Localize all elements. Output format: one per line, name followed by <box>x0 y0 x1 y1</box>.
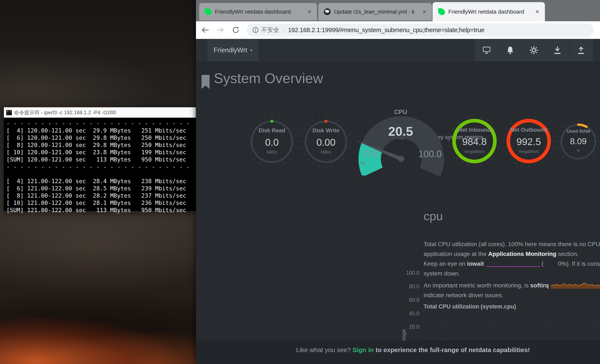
terminal-line: [ 8] 121.00-122.00 sec 28.2 MBytes 237 M… <box>6 192 193 199</box>
terminal-line: [SUM] 120.00-121.00 sec 113 MBytes 950 M… <box>6 156 193 163</box>
browser-window: FriendlyWrt netdata dashboard × Update r… <box>196 0 600 364</box>
terminal-line: [ 8] 120.00-121.00 sec 29.8 MBytes 250 M… <box>6 141 193 149</box>
gauge-used-ram[interactable]: Used RAM8.09% <box>555 118 600 165</box>
signin-banner: Like what you see? Sign in to experience… <box>196 341 600 364</box>
cpu-description: Total CPU utilization (all cores). 100% … <box>424 239 600 300</box>
alarms-button[interactable] <box>498 39 522 61</box>
reload-button[interactable] <box>230 24 242 36</box>
upload-icon <box>577 46 585 55</box>
host-selector[interactable]: FriendlyWrt ▾ <box>207 39 259 61</box>
url-text: 192.168.2.1:19999/#menu_system_submenu_c… <box>288 27 484 34</box>
tab-netdata-active[interactable]: FriendlyWrt netdata dashboard × <box>432 2 545 21</box>
terminal-line: [ 6] 120.00-121.00 sec 29.8 MBytes 250 M… <box>6 134 193 141</box>
security-indicator[interactable]: 不安全 <box>252 26 279 34</box>
softirq-sparkline <box>551 280 600 292</box>
terminal-line: [SUM] 121.00-122.00 sec 113 MBytes 950 M… <box>6 206 193 214</box>
chevron-down-icon: ▾ <box>250 48 252 53</box>
netdata-navbar: FriendlyWrt ▾ <box>196 39 600 62</box>
tab-strip: FriendlyWrt netdata dashboard × Update r… <box>196 0 600 21</box>
gauge-net-inbound[interactable]: Net Inbound984.8megabits/s <box>447 113 502 169</box>
terminal-output[interactable]: - - - - - - - - - - - - - - - - - - - - … <box>4 118 196 211</box>
forward-button[interactable] <box>214 24 227 36</box>
tab-close-icon[interactable]: × <box>534 8 541 15</box>
cmd-icon: C:\_ <box>6 110 12 115</box>
github-favicon <box>324 8 331 15</box>
terminal-line: [ 10] 120.00-121.00 sec 23.8 MBytes 199 … <box>6 149 193 156</box>
terminal-line: - - - - - - - - - - - - - - - - - - - - … <box>6 163 193 170</box>
download-icon <box>553 46 562 55</box>
terminal-titlebar[interactable]: C:\_ 命令提示符 - iperf3 -c 192.168.1.2 -P4 -… <box>4 107 196 118</box>
back-button[interactable] <box>199 24 211 36</box>
terminal-window[interactable]: C:\_ 命令提示符 - iperf3 -c 192.168.1.2 -P4 -… <box>4 107 196 211</box>
browser-toolbar: 不安全 192.168.2.1:19999/#menu_system_subme… <box>196 21 600 39</box>
tab-separator <box>318 7 318 17</box>
netdata-page: FriendlyWrt ▾ <box>196 39 600 364</box>
y-tick: 20.0 <box>400 324 419 330</box>
gauge-disk-write[interactable]: Disk Write0.00MiB/s <box>298 114 354 169</box>
y-tick: 80.0 <box>400 283 419 289</box>
monitor-icon <box>482 46 491 55</box>
tab-netdata-1[interactable]: FriendlyWrt netdata dashboard × <box>199 3 317 20</box>
terminal-line: [ 4] 120.00-121.00 sec 29.9 MBytes 251 M… <box>6 127 193 134</box>
gauge-cpu[interactable]: CPU20.50.0100.0% <box>350 105 452 176</box>
desktop: C:\_ 命令提示符 - iperf3 -c 192.168.1.2 -P4 -… <box>0 0 600 364</box>
gauge-disk-read[interactable]: Disk Read0.0MiB/s <box>244 114 300 169</box>
settings-button[interactable] <box>522 39 545 61</box>
iowait-sparkline <box>486 260 540 270</box>
terminal-line <box>6 170 193 178</box>
tab-close-icon[interactable]: × <box>306 8 313 15</box>
address-bar[interactable]: 不安全 192.168.2.1:19999/#menu_system_subme… <box>247 23 594 37</box>
terminal-line: - - - - - - - - - - - - - - - - - - - - … <box>6 120 193 127</box>
info-icon <box>252 27 259 33</box>
netdata-favicon <box>438 8 445 15</box>
tab-github[interactable]: Update r2s_lean_minimal.yml · k × <box>318 3 432 20</box>
bell-icon <box>506 46 515 55</box>
cpu-section-heading: cpu <box>424 209 443 223</box>
applications-monitoring-link[interactable]: Applications Monitoring <box>488 251 556 257</box>
y-tick: 40.0 <box>400 310 419 317</box>
y-tick: 100.0 <box>400 270 419 276</box>
omnibox-divider <box>283 26 284 34</box>
terminal-title: 命令提示符 - iperf3 -c 192.168.1.2 -P4 -t1000 <box>14 109 116 116</box>
bookmark-icon <box>201 75 210 89</box>
export-button[interactable] <box>569 39 593 61</box>
iowait-value: 0% <box>544 259 567 269</box>
gauge-net-outbound[interactable]: Net Outbound992.5megabits/s <box>501 113 556 169</box>
terminal-line: [ 4] 121.00-122.00 sec 28.4 MBytes 238 M… <box>6 178 193 185</box>
y-tick: 60.0 <box>400 297 419 303</box>
terminal-line: [ 10] 121.00-122.00 sec 28.1 MBytes 236 … <box>6 199 193 206</box>
import-button[interactable] <box>545 39 569 61</box>
netdata-favicon <box>205 8 212 15</box>
sign-in-link[interactable]: Sign in <box>353 346 374 353</box>
nodes-view-button[interactable] <box>475 39 498 61</box>
chart-title: Total CPU utilization (system.cpu) <box>424 303 516 310</box>
gear-icon <box>529 46 538 55</box>
page-title: System Overview <box>214 70 323 86</box>
tab-close-icon[interactable]: × <box>421 8 428 15</box>
terminal-line: [ 6] 121.00-122.00 sec 28.5 MBytes 239 M… <box>6 185 193 192</box>
